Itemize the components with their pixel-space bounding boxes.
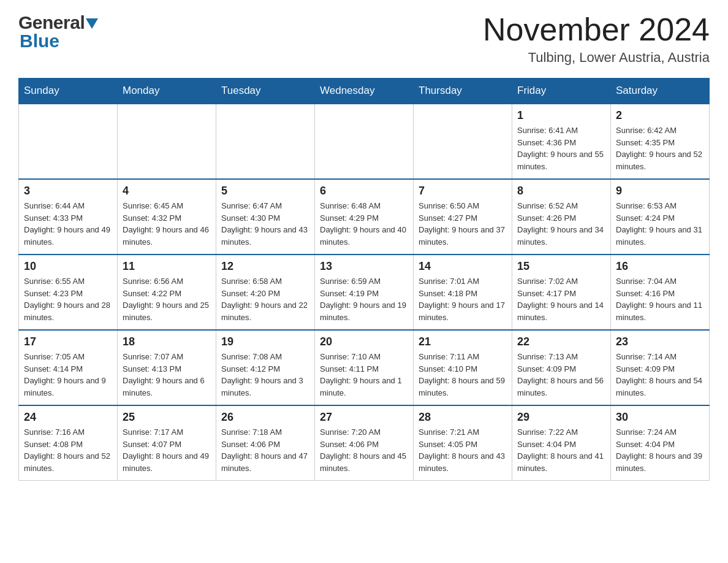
- day-number: 17: [24, 335, 112, 348]
- day-number: 29: [517, 411, 605, 424]
- day-info: Sunrise: 7:08 AM Sunset: 4:12 PM Dayligh…: [221, 351, 309, 399]
- day-info: Sunrise: 6:50 AM Sunset: 4:27 PM Dayligh…: [419, 200, 507, 248]
- day-info: Sunrise: 6:45 AM Sunset: 4:32 PM Dayligh…: [123, 200, 211, 248]
- month-title: November 2024: [483, 12, 710, 47]
- day-number: 22: [517, 335, 605, 348]
- day-info: Sunrise: 7:14 AM Sunset: 4:09 PM Dayligh…: [616, 351, 704, 399]
- col-header-wednesday: Wednesday: [315, 79, 414, 104]
- calendar-cell: [118, 104, 216, 179]
- col-header-tuesday: Tuesday: [216, 79, 315, 104]
- day-info: Sunrise: 7:04 AM Sunset: 4:16 PM Dayligh…: [616, 275, 704, 323]
- calendar-cell: [315, 104, 414, 179]
- day-info: Sunrise: 7:01 AM Sunset: 4:18 PM Dayligh…: [419, 275, 507, 323]
- day-number: 24: [24, 411, 112, 424]
- title-block: November 2024 Tulbing, Lower Austria, Au…: [483, 12, 710, 66]
- calendar-cell: 8Sunrise: 6:52 AM Sunset: 4:26 PM Daylig…: [512, 179, 611, 255]
- col-header-friday: Friday: [512, 79, 611, 104]
- calendar-cell: [216, 104, 315, 179]
- calendar-cell: [414, 104, 512, 179]
- day-info: Sunrise: 6:52 AM Sunset: 4:26 PM Dayligh…: [517, 200, 605, 248]
- day-number: 3: [24, 185, 112, 197]
- day-number: 4: [123, 185, 211, 197]
- day-info: Sunrise: 7:17 AM Sunset: 4:07 PM Dayligh…: [123, 426, 211, 474]
- location-subtitle: Tulbing, Lower Austria, Austria: [483, 50, 710, 66]
- day-number: 9: [616, 185, 704, 197]
- day-number: 1: [517, 109, 605, 122]
- calendar-cell: 4Sunrise: 6:45 AM Sunset: 4:32 PM Daylig…: [118, 179, 216, 255]
- day-info: Sunrise: 6:53 AM Sunset: 4:24 PM Dayligh…: [616, 200, 704, 248]
- calendar-cell: 17Sunrise: 7:05 AM Sunset: 4:14 PM Dayli…: [19, 330, 118, 405]
- calendar-cell: 27Sunrise: 7:20 AM Sunset: 4:06 PM Dayli…: [315, 405, 414, 481]
- day-info: Sunrise: 7:05 AM Sunset: 4:14 PM Dayligh…: [24, 351, 112, 399]
- calendar-table: SundayMondayTuesdayWednesdayThursdayFrid…: [18, 78, 710, 481]
- day-info: Sunrise: 6:56 AM Sunset: 4:22 PM Dayligh…: [123, 275, 211, 323]
- day-number: 30: [616, 411, 704, 424]
- day-number: 19: [221, 335, 309, 348]
- calendar-cell: 3Sunrise: 6:44 AM Sunset: 4:33 PM Daylig…: [19, 179, 118, 255]
- day-info: Sunrise: 6:41 AM Sunset: 4:36 PM Dayligh…: [517, 124, 605, 172]
- day-number: 28: [419, 411, 507, 424]
- calendar-cell: 9Sunrise: 6:53 AM Sunset: 4:24 PM Daylig…: [611, 179, 710, 255]
- day-info: Sunrise: 7:07 AM Sunset: 4:13 PM Dayligh…: [123, 351, 211, 399]
- day-info: Sunrise: 7:21 AM Sunset: 4:05 PM Dayligh…: [419, 426, 507, 474]
- day-number: 12: [221, 260, 309, 273]
- day-info: Sunrise: 6:55 AM Sunset: 4:23 PM Dayligh…: [24, 275, 112, 323]
- day-info: Sunrise: 6:42 AM Sunset: 4:35 PM Dayligh…: [616, 124, 704, 172]
- calendar-cell: [19, 104, 118, 179]
- day-number: 5: [221, 185, 309, 197]
- logo-triangle-icon: [86, 18, 98, 29]
- calendar-cell: 22Sunrise: 7:13 AM Sunset: 4:09 PM Dayli…: [512, 330, 611, 405]
- day-number: 20: [320, 335, 408, 348]
- day-number: 6: [320, 185, 408, 197]
- day-info: Sunrise: 7:18 AM Sunset: 4:06 PM Dayligh…: [221, 426, 309, 474]
- day-number: 8: [517, 185, 605, 197]
- calendar-cell: 5Sunrise: 6:47 AM Sunset: 4:30 PM Daylig…: [216, 179, 315, 255]
- day-info: Sunrise: 6:59 AM Sunset: 4:19 PM Dayligh…: [320, 275, 408, 323]
- calendar-cell: 19Sunrise: 7:08 AM Sunset: 4:12 PM Dayli…: [216, 330, 315, 405]
- calendar-cell: 12Sunrise: 6:58 AM Sunset: 4:20 PM Dayli…: [216, 255, 315, 330]
- day-info: Sunrise: 6:48 AM Sunset: 4:29 PM Dayligh…: [320, 200, 408, 248]
- col-header-sunday: Sunday: [19, 79, 118, 104]
- page-header: General Blue November 2024 Tulbing, Lowe…: [18, 12, 710, 66]
- calendar-cell: 30Sunrise: 7:24 AM Sunset: 4:04 PM Dayli…: [611, 405, 710, 481]
- calendar-cell: 11Sunrise: 6:56 AM Sunset: 4:22 PM Dayli…: [118, 255, 216, 330]
- day-number: 13: [320, 260, 408, 273]
- calendar-cell: 13Sunrise: 6:59 AM Sunset: 4:19 PM Dayli…: [315, 255, 414, 330]
- day-info: Sunrise: 7:22 AM Sunset: 4:04 PM Dayligh…: [517, 426, 605, 474]
- day-info: Sunrise: 7:16 AM Sunset: 4:08 PM Dayligh…: [24, 426, 112, 474]
- calendar-cell: 16Sunrise: 7:04 AM Sunset: 4:16 PM Dayli…: [611, 255, 710, 330]
- day-info: Sunrise: 6:58 AM Sunset: 4:20 PM Dayligh…: [221, 275, 309, 323]
- day-info: Sunrise: 7:13 AM Sunset: 4:09 PM Dayligh…: [517, 351, 605, 399]
- calendar-cell: 6Sunrise: 6:48 AM Sunset: 4:29 PM Daylig…: [315, 179, 414, 255]
- day-number: 16: [616, 260, 704, 273]
- calendar-cell: 15Sunrise: 7:02 AM Sunset: 4:17 PM Dayli…: [512, 255, 611, 330]
- day-number: 27: [320, 411, 408, 424]
- day-number: 2: [616, 109, 704, 122]
- logo-blue-text: Blue: [18, 31, 59, 52]
- day-number: 26: [221, 411, 309, 424]
- day-number: 7: [419, 185, 507, 197]
- day-info: Sunrise: 7:10 AM Sunset: 4:11 PM Dayligh…: [320, 351, 408, 399]
- calendar-cell: 14Sunrise: 7:01 AM Sunset: 4:18 PM Dayli…: [414, 255, 512, 330]
- day-info: Sunrise: 7:02 AM Sunset: 4:17 PM Dayligh…: [517, 275, 605, 323]
- day-number: 11: [123, 260, 211, 273]
- calendar-cell: 29Sunrise: 7:22 AM Sunset: 4:04 PM Dayli…: [512, 405, 611, 481]
- logo: General Blue: [18, 12, 98, 52]
- calendar-cell: 1Sunrise: 6:41 AM Sunset: 4:36 PM Daylig…: [512, 104, 611, 179]
- day-number: 10: [24, 260, 112, 273]
- day-info: Sunrise: 7:24 AM Sunset: 4:04 PM Dayligh…: [616, 426, 704, 474]
- col-header-thursday: Thursday: [414, 79, 512, 104]
- col-header-monday: Monday: [118, 79, 216, 104]
- calendar-cell: 2Sunrise: 6:42 AM Sunset: 4:35 PM Daylig…: [611, 104, 710, 179]
- day-info: Sunrise: 7:11 AM Sunset: 4:10 PM Dayligh…: [419, 351, 507, 399]
- logo-general-text: General: [18, 12, 85, 33]
- calendar-cell: 26Sunrise: 7:18 AM Sunset: 4:06 PM Dayli…: [216, 405, 315, 481]
- day-number: 25: [123, 411, 211, 424]
- day-info: Sunrise: 6:44 AM Sunset: 4:33 PM Dayligh…: [24, 200, 112, 248]
- day-number: 23: [616, 335, 704, 348]
- calendar-cell: 7Sunrise: 6:50 AM Sunset: 4:27 PM Daylig…: [414, 179, 512, 255]
- day-number: 21: [419, 335, 507, 348]
- col-header-saturday: Saturday: [611, 79, 710, 104]
- day-number: 18: [123, 335, 211, 348]
- calendar-cell: 18Sunrise: 7:07 AM Sunset: 4:13 PM Dayli…: [118, 330, 216, 405]
